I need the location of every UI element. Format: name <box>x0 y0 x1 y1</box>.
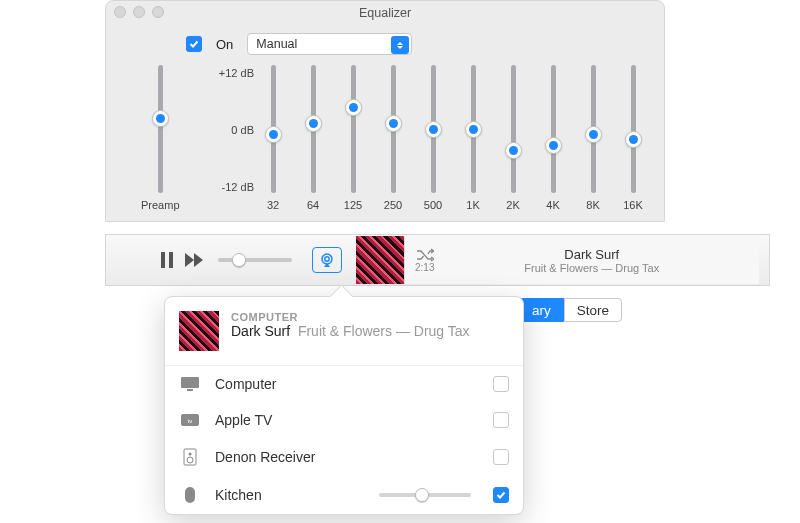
svg-rect-14 <box>185 487 195 503</box>
speaker-icon <box>179 448 201 466</box>
chevron-updown-icon <box>391 36 409 54</box>
svg-rect-7 <box>181 377 199 388</box>
eq-band-2K: 2K <box>502 65 524 211</box>
eq-band-slider[interactable] <box>471 65 476 193</box>
eq-band-thumb[interactable] <box>465 121 482 138</box>
eq-band-250: 250 <box>382 65 404 211</box>
eq-band-slider[interactable] <box>391 65 396 193</box>
album-art <box>356 236 404 284</box>
player-bar: 2:13 Dark Surf Fruit & Flowers — Drug Ta… <box>105 234 770 286</box>
tab-library[interactable]: ary <box>519 298 564 322</box>
eq-band-500: 500 <box>422 65 444 211</box>
eq-band-8K: 8K <box>582 65 604 211</box>
eq-band-thumb[interactable] <box>385 115 402 132</box>
eq-preset-select[interactable]: Manual <box>247 33 412 55</box>
window-title: Equalizer <box>359 6 411 20</box>
next-button[interactable] <box>184 253 206 267</box>
svg-rect-1 <box>169 252 173 268</box>
eq-band-slider[interactable] <box>511 65 516 193</box>
device-name: Kitchen <box>215 487 365 503</box>
eq-band-thumb[interactable] <box>425 121 442 138</box>
device-list: ComputertvApple TVDenon ReceiverKitchen <box>165 365 523 514</box>
eq-band-4K: 4K <box>542 65 564 211</box>
device-checkbox[interactable] <box>493 412 509 428</box>
device-row[interactable]: Computer <box>165 366 523 402</box>
device-name: Computer <box>215 376 479 392</box>
eq-band-thumb[interactable] <box>545 137 562 154</box>
db-scale: +12 dB 0 dB -12 dB <box>205 65 262 193</box>
track-elapsed: 2:13 <box>415 262 434 273</box>
eq-band-thumb[interactable] <box>265 126 282 143</box>
db-top: +12 dB <box>205 67 254 79</box>
shuffle-icon[interactable] <box>416 248 434 262</box>
preamp-slider[interactable] <box>158 65 163 193</box>
db-mid: 0 dB <box>205 124 254 136</box>
svg-point-5 <box>325 257 329 261</box>
eq-band-label: 64 <box>307 199 319 211</box>
device-volume-thumb[interactable] <box>415 488 429 502</box>
device-row[interactable]: tvApple TV <box>165 402 523 438</box>
device-name: Apple TV <box>215 412 479 428</box>
device-checkbox[interactable] <box>493 487 509 503</box>
window-titlebar[interactable]: Equalizer <box>106 1 664 25</box>
eq-band-label: 1K <box>466 199 479 211</box>
volume-thumb[interactable] <box>232 253 246 267</box>
eq-band-thumb[interactable] <box>505 142 522 159</box>
volume-slider[interactable] <box>218 258 292 262</box>
eq-band-label: 250 <box>384 199 402 211</box>
preamp-label: Preamp <box>141 199 180 211</box>
eq-band-slider[interactable] <box>591 65 596 193</box>
eq-band-thumb[interactable] <box>625 131 642 148</box>
eq-band-label: 8K <box>586 199 599 211</box>
device-checkbox[interactable] <box>493 449 509 465</box>
close-icon[interactable] <box>114 6 126 18</box>
eq-band-label: 125 <box>344 199 362 211</box>
preamp-thumb[interactable] <box>152 110 169 127</box>
svg-text:tv: tv <box>188 418 193 424</box>
zoom-icon[interactable] <box>152 6 164 18</box>
device-checkbox[interactable] <box>493 376 509 392</box>
svg-marker-2 <box>185 253 194 267</box>
album-art-small <box>179 311 219 351</box>
eq-band-label: 16K <box>623 199 643 211</box>
popover-now-playing: COMPUTER Dark Surf Fruit & Flowers — Dru… <box>165 297 523 365</box>
eq-band-slider[interactable] <box>311 65 316 193</box>
svg-point-13 <box>187 457 193 463</box>
eq-preset-value: Manual <box>256 37 297 51</box>
device-volume-slider[interactable] <box>379 493 471 497</box>
eq-band-slider[interactable] <box>271 65 276 193</box>
device-row[interactable]: Kitchen <box>165 476 523 514</box>
svg-rect-8 <box>187 389 193 391</box>
view-tabs: ary Store <box>519 298 622 322</box>
pause-button[interactable] <box>156 252 178 268</box>
eq-band-1K: 1K <box>462 65 484 211</box>
eq-band-slider[interactable] <box>551 65 556 193</box>
eq-band-label: 4K <box>546 199 559 211</box>
display-icon <box>179 376 201 392</box>
now-playing-display[interactable]: 2:13 Dark Surf Fruit & Flowers — Drug Ta… <box>404 236 759 284</box>
tab-store[interactable]: Store <box>564 298 622 322</box>
eq-band-slider[interactable] <box>431 65 436 193</box>
traffic-lights[interactable] <box>114 6 164 18</box>
eq-band-16K: 16K <box>622 65 644 211</box>
popover-title: Dark Surf <box>231 323 290 339</box>
eq-band-label: 500 <box>424 199 442 211</box>
svg-point-12 <box>189 453 192 456</box>
track-title: Dark Surf <box>434 247 749 262</box>
eq-band-64: 64 <box>302 65 324 211</box>
eq-band-slider[interactable] <box>631 65 636 193</box>
track-artist-album: Fruit & Flowers — Drug Tax <box>434 262 749 274</box>
eq-band-slider[interactable] <box>351 65 356 193</box>
eq-band-thumb[interactable] <box>585 126 602 143</box>
airplay-popover: COMPUTER Dark Surf Fruit & Flowers — Dru… <box>164 296 524 515</box>
device-row[interactable]: Denon Receiver <box>165 438 523 476</box>
eq-band-thumb[interactable] <box>345 99 362 116</box>
eq-on-checkbox[interactable] <box>186 36 202 52</box>
eq-band-label: 32 <box>267 199 279 211</box>
airplay-button[interactable] <box>312 247 342 273</box>
eq-band-thumb[interactable] <box>305 115 322 132</box>
db-bot: -12 dB <box>205 181 254 193</box>
device-name: Denon Receiver <box>215 449 479 465</box>
minimize-icon[interactable] <box>133 6 145 18</box>
popover-artist-album: Fruit & Flowers — Drug Tax <box>298 323 470 339</box>
